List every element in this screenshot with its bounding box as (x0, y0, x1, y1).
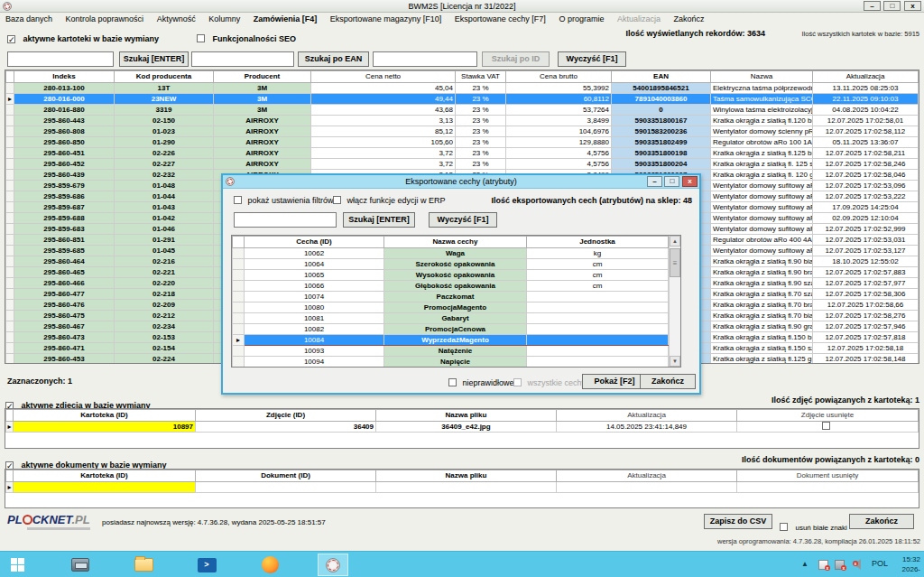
cell-nazwa[interactable]: Regulator obrotów aRo 400 4A 01-3 (711, 235, 813, 246)
menu-item[interactable]: Baza danych (0, 14, 58, 25)
col-header-plik[interactable]: Nazwa pliku (376, 410, 557, 422)
cell-jednostka[interactable]: cm (527, 281, 669, 292)
cell-indeks[interactable]: 295-859-686 (14, 191, 115, 202)
cell-kod-producenta[interactable]: 01-048 (115, 181, 214, 191)
row-marker-cell[interactable] (6, 482, 14, 493)
cell-kod-producenta[interactable]: 01-042 (115, 213, 214, 224)
cell-nazwa[interactable]: Wentylator domowy sufitowy aRid (711, 224, 813, 235)
cell-kod-producenta[interactable]: 02-218 (115, 289, 214, 300)
cell-producent[interactable]: AIRROXY (214, 116, 311, 126)
cell-aktualizacja[interactable]: 12.07.2025 17:02:58,306 (813, 289, 919, 300)
cell-stawka-vat[interactable]: 23 % (456, 94, 506, 105)
dialog-minimize-button[interactable]: – (647, 176, 662, 187)
cell-aktualizacja[interactable]: 02.09.2025 12:10:04 (813, 213, 919, 224)
cell-kod-producenta[interactable]: 02-220 (115, 278, 214, 289)
cell-aktualizacja[interactable]: 12.07.2025 17:02:58,148 (813, 354, 919, 365)
cell-indeks[interactable]: 295-860-467 (14, 321, 115, 332)
row-marker-cell[interactable] (233, 281, 245, 292)
cell-producent[interactable]: AIRROXY (214, 137, 311, 148)
attribute-row[interactable]: 10064 Szerokość opakowania cm (233, 259, 669, 270)
row-marker-cell[interactable] (6, 116, 14, 126)
col-header-ean[interactable]: EAN (612, 71, 711, 83)
cell-aktualizacja[interactable]: 12.07.2025 17:02:57,977 (813, 278, 919, 289)
cell-indeks[interactable]: 295-860-850 (14, 137, 115, 148)
cell-aktualizacja[interactable] (557, 482, 737, 493)
cell-indeks[interactable]: 295-860-473 (14, 332, 115, 343)
cell-cena-brutto[interactable]: 104,6976 (506, 126, 612, 137)
table-row[interactable]: 295-860-808 01-023 AIRROXY 85,12 23 % 10… (6, 126, 919, 137)
network-icon[interactable]: x (835, 560, 845, 570)
cell-kod-producenta[interactable]: 02-212 (115, 311, 214, 321)
cell-aktualizacja[interactable]: 18.10.2025 12:55:02 (813, 256, 919, 267)
taskbar-server-manager[interactable] (65, 554, 96, 576)
cell-kod-producenta[interactable]: 02-226 (115, 148, 214, 159)
cell-ean[interactable]: 5903351802499 (612, 137, 711, 148)
cell-cena-brutto[interactable]: 53,7264 (506, 105, 612, 116)
cell-nazwa[interactable]: Kratka okrągła z siatką fi.90 grafit 0 (711, 321, 813, 332)
cell-aktualizacja[interactable]: 12.07.2025 17:02:53,031 (813, 235, 919, 246)
table-row[interactable]: 280-016-880 3319 3M 43,68 23 % 53,7264 0… (6, 105, 919, 116)
col-header-kod[interactable]: Kod producenta (115, 71, 214, 83)
col-header-usuniety[interactable]: Dokument usunięty (737, 470, 919, 482)
cell-nazwa-cechy[interactable]: Gabaryt (384, 313, 527, 324)
col-header-nazwa[interactable]: Nazwa (711, 71, 813, 83)
cell-cecha-id[interactable]: 10066 (245, 281, 384, 292)
cell-kod-producenta[interactable]: 02-216 (115, 256, 214, 267)
cell-jednostka[interactable]: cm (527, 270, 669, 281)
attribute-row[interactable]: 10082 PromocjaCenowa (233, 324, 669, 335)
cell-kod-producenta[interactable]: 23NEW (115, 94, 214, 105)
search-id-button[interactable]: Szukaj po ID (482, 51, 550, 67)
row-marker-cell[interactable] (233, 292, 245, 302)
cell-nazwa[interactable]: Winylowa taśma elektroizolacyjna (711, 105, 813, 116)
row-marker-cell[interactable] (6, 235, 14, 246)
cell-cena-netto[interactable]: 43,68 (311, 105, 456, 116)
cell-nazwa[interactable]: Kratka okrągła z siatką fi.70 brąz 02 (711, 300, 813, 311)
cell-nazwa[interactable]: Kratka okrągła z siatką fi.125 brąz 0 (711, 148, 813, 159)
cell-indeks[interactable]: 295-860-451 (14, 148, 115, 159)
cell-stawka-vat[interactable]: 23 % (456, 116, 506, 126)
cell-cecha-id[interactable]: 10081 (245, 313, 384, 324)
table-row[interactable]: 280-013-100 13T 3M 45,04 23 % 55,3992 54… (6, 83, 919, 94)
cell-cena-brutto[interactable]: 4,5756 (506, 148, 612, 159)
row-marker-cell[interactable] (6, 137, 14, 148)
cell-nazwa[interactable]: Kratka okrągła z siatką fi.125 grafit (711, 354, 813, 365)
trim-whitespace-checkbox[interactable]: usuń białe znaki (780, 517, 847, 534)
dialog-show-button[interactable]: Pokaż [F2] (582, 374, 647, 389)
cell-nazwa[interactable]: Wentylator domowy sufitowy aRid (711, 191, 813, 202)
row-marker-cell[interactable] (233, 324, 245, 335)
cell-indeks[interactable]: 295-860-476 (14, 300, 115, 311)
row-marker-cell[interactable] (233, 270, 245, 281)
cell-cecha-id[interactable]: 10065 (245, 270, 384, 281)
cell-indeks[interactable]: 295-860-851 (14, 235, 115, 246)
menu-item[interactable]: Kontrola poprawności (60, 14, 150, 25)
attributes-scrollbar[interactable]: ▲ ▼ (669, 236, 680, 367)
cell-producent[interactable]: 3M (214, 105, 311, 116)
photo-row[interactable]: 10897 36409 36409_e42.jpg 14.05.2025 23:… (6, 422, 919, 433)
cell-aktualizacja[interactable]: 12.07.2025 17:02:53,096 (813, 181, 919, 191)
cell-cena-brutto[interactable]: 129,8880 (506, 137, 612, 148)
cell-cena-netto[interactable]: 45,04 (311, 83, 456, 94)
cell-indeks[interactable]: 295-860-453 (14, 354, 115, 365)
cell-kod-producenta[interactable]: 01-044 (115, 191, 214, 202)
cell-producent[interactable]: AIRROXY (214, 148, 311, 159)
col-header-cecha-id[interactable]: Cecha (ID) (245, 237, 384, 248)
dialog-search-button[interactable]: Szukaj [ENTER] (343, 212, 415, 228)
cell-aktualizacja[interactable]: 12.07.2025 17:02:58,66 (813, 300, 919, 311)
scroll-up-icon[interactable]: ▲ (670, 236, 680, 247)
table-row[interactable]: 295-860-850 01-290 AIRROXY 105,60 23 % 1… (6, 137, 919, 148)
taskbar-firefox[interactable] (254, 554, 285, 576)
dialog-clear-button[interactable]: Wyczyść [F1] (429, 212, 497, 228)
row-marker-cell[interactable] (6, 105, 14, 116)
cell-cecha-id[interactable]: 10080 (245, 302, 384, 313)
cell-indeks[interactable]: 295-860-808 (14, 126, 115, 137)
cell-nazwa-cechy[interactable]: Wysokość opakowania (384, 270, 527, 281)
attribute-row[interactable]: 10074 Paczkomat (233, 292, 669, 302)
cell-jednostka[interactable] (527, 292, 669, 302)
col-header-jednostka[interactable]: Jednostka (527, 237, 669, 248)
cell-nazwa-pliku[interactable]: 36409_e42.jpg (376, 422, 557, 433)
row-marker-cell[interactable] (6, 94, 14, 105)
search-index-input[interactable] (7, 51, 114, 67)
row-marker-cell[interactable] (6, 213, 14, 224)
row-marker-cell[interactable] (233, 302, 245, 313)
cell-aktualizacja[interactable]: 17.09.2025 14:25:04 (813, 202, 919, 213)
